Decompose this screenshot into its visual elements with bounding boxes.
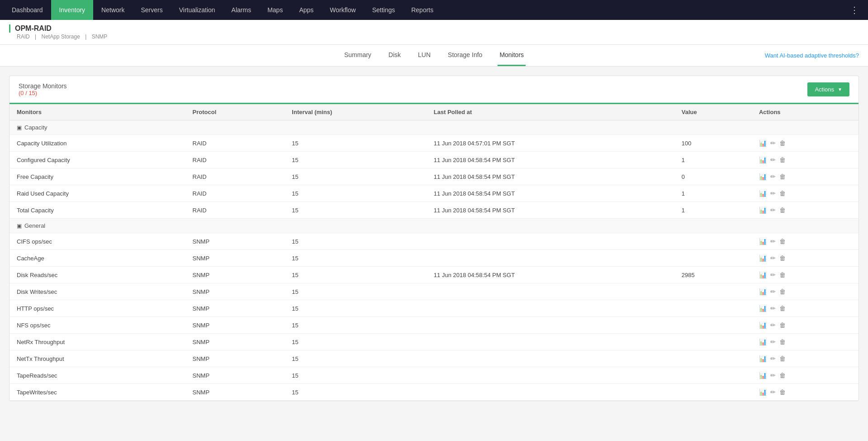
breadcrumb-snmp[interactable]: SNMP [92,34,108,40]
delete-icon[interactable]: 🗑 [779,355,786,362]
monitors-table: Monitors Protocol Interval (mins) Last P… [9,104,859,401]
delete-icon[interactable]: 🗑 [779,173,786,180]
delete-icon[interactable]: 🗑 [779,206,786,214]
group-row-capacity: ▣Capacity [9,120,859,135]
chart-icon[interactable]: 📊 [759,206,767,214]
edit-icon[interactable]: ✏ [770,305,776,312]
nav-virtualization[interactable]: Virtualization [171,0,223,20]
tab-disk[interactable]: Disk [387,45,403,66]
monitor-value [674,334,752,350]
monitor-interval: 15 [285,152,427,168]
edit-icon[interactable]: ✏ [770,173,776,180]
chart-icon[interactable]: 📊 [759,190,767,197]
delete-icon[interactable]: 🗑 [779,156,786,163]
group-collapse-icon[interactable]: ▣ [17,125,22,131]
monitor-value: 100 [674,135,752,152]
chart-icon[interactable]: 📊 [759,355,767,362]
edit-icon[interactable]: ✏ [770,238,776,245]
nav-apps[interactable]: Apps [291,0,322,20]
edit-icon[interactable]: ✏ [770,139,776,147]
table-row: CIFS ops/sec SNMP 15 📊 ✏ 🗑 [9,233,859,250]
nav-network[interactable]: Network [93,0,133,20]
nav-reports[interactable]: Reports [403,0,441,20]
chart-icon[interactable]: 📊 [759,156,767,163]
monitor-protocol: RAID [185,152,285,168]
table-header-row: Monitors Protocol Interval (mins) Last P… [9,104,859,120]
chart-icon[interactable]: 📊 [759,372,767,379]
edit-icon[interactable]: ✏ [770,288,776,295]
monitor-protocol: SNMP [185,367,285,384]
chart-icon[interactable]: 📊 [759,254,767,262]
edit-icon[interactable]: ✏ [770,355,776,362]
chart-icon[interactable]: 📊 [759,288,767,295]
col-protocol: Protocol [185,104,285,120]
delete-icon[interactable]: 🗑 [779,321,786,329]
edit-icon[interactable]: ✏ [770,254,776,262]
monitor-value [674,283,752,300]
delete-icon[interactable]: 🗑 [779,288,786,295]
table-row: Configured Capacity RAID 15 11 Jun 2018 … [9,152,859,168]
nav-more-icon[interactable]: ⋮ [844,5,864,15]
monitor-last-polled [427,317,674,334]
monitor-actions: 📊 ✏ 🗑 [752,168,859,185]
edit-icon[interactable]: ✏ [770,190,776,197]
chart-icon[interactable]: 📊 [759,238,767,245]
chart-icon[interactable]: 📊 [759,139,767,147]
delete-icon[interactable]: 🗑 [779,372,786,379]
delete-icon[interactable]: 🗑 [779,338,786,345]
delete-icon[interactable]: 🗑 [779,254,786,262]
edit-icon[interactable]: ✏ [770,156,776,163]
nav-dashboard[interactable]: Dashboard [4,0,51,20]
nav-inventory[interactable]: Inventory [51,0,94,20]
chart-icon[interactable]: 📊 [759,338,767,345]
chart-icon[interactable]: 📊 [759,271,767,278]
actions-button[interactable]: Actions ▼ [807,82,849,96]
monitor-name: CacheAge [9,250,185,267]
monitor-name: Capacity Utilization [9,135,185,152]
nav-settings[interactable]: Settings [364,0,403,20]
ai-thresholds-link[interactable]: Want AI-based adaptive thresholds? [765,52,859,59]
breadcrumb-raid[interactable]: RAID [17,34,30,40]
nav-maps[interactable]: Maps [259,0,291,20]
monitor-name: Total Capacity [9,202,185,219]
monitor-name: Configured Capacity [9,152,185,168]
breadcrumb-netapp[interactable]: NetApp Storage [41,34,80,40]
chart-icon[interactable]: 📊 [759,388,767,396]
chart-icon[interactable]: 📊 [759,173,767,180]
nav-servers[interactable]: Servers [133,0,171,20]
chart-icon[interactable]: 📊 [759,305,767,312]
monitor-interval: 15 [285,300,427,317]
chart-icon[interactable]: 📊 [759,321,767,329]
tab-summary[interactable]: Summary [342,45,373,66]
delete-icon[interactable]: 🗑 [779,238,786,245]
edit-icon[interactable]: ✏ [770,338,776,345]
monitor-protocol: SNMP [185,250,285,267]
edit-icon[interactable]: ✏ [770,321,776,329]
table-row: Capacity Utilization RAID 15 11 Jun 2018… [9,135,859,152]
monitors-title: Storage Monitors [19,82,67,90]
delete-icon[interactable]: 🗑 [779,271,786,278]
breadcrumb-path: RAID | NetApp Storage | SNMP [9,34,859,40]
group-collapse-icon[interactable]: ▣ [17,223,22,229]
monitor-name: NFS ops/sec [9,317,185,334]
edit-icon[interactable]: ✏ [770,372,776,379]
monitor-value [674,367,752,384]
tab-monitors[interactable]: Monitors [498,45,526,66]
edit-icon[interactable]: ✏ [770,388,776,396]
tab-lun[interactable]: LUN [416,45,432,66]
delete-icon[interactable]: 🗑 [779,388,786,396]
edit-icon[interactable]: ✏ [770,206,776,214]
monitor-actions: 📊 ✏ 🗑 [752,202,859,219]
monitor-protocol: SNMP [185,317,285,334]
monitor-last-polled [427,367,674,384]
tab-storage-info[interactable]: Storage Info [446,45,484,66]
nav-workflow[interactable]: Workflow [322,0,364,20]
monitor-actions: 📊 ✏ 🗑 [752,350,859,367]
delete-icon[interactable]: 🗑 [779,190,786,197]
delete-icon[interactable]: 🗑 [779,305,786,312]
nav-alarms[interactable]: Alarms [223,0,260,20]
table-row: Disk Reads/sec SNMP 15 11 Jun 2018 04:58… [9,267,859,283]
edit-icon[interactable]: ✏ [770,271,776,278]
delete-icon[interactable]: 🗑 [779,139,786,147]
breadcrumb-sep1: | [35,34,36,40]
